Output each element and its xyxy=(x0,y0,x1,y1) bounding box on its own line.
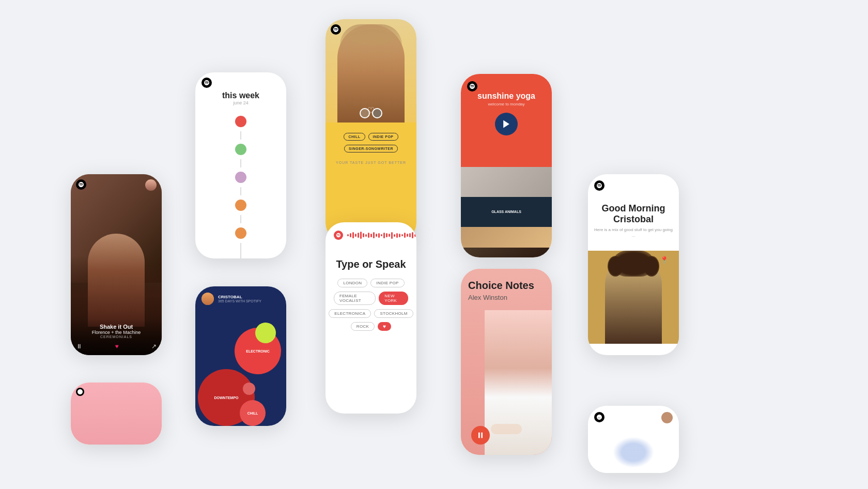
bubble-chart: ELECTRONIC DOWNTEMPO CHILL xyxy=(195,312,286,426)
week-date: june 24 xyxy=(204,100,278,105)
share-icon[interactable]: ↗ xyxy=(151,343,157,350)
play-button-yoga[interactable] xyxy=(495,113,518,135)
tag-singer: SINGER-SONGWRITER xyxy=(344,145,398,152)
choice-notes-artist: Alex Winston xyxy=(468,294,545,301)
bubble-chill-label: CHILL xyxy=(247,411,258,415)
tag-london[interactable]: LONDON xyxy=(337,279,367,287)
yoga-subtitle: welcome to monday xyxy=(468,102,545,106)
user-avatar-phone1 xyxy=(145,179,157,191)
phone-type-or-speak: Type or Speak LONDON INDIE POP FEMALE VO… xyxy=(326,222,416,414)
timeline-line-4 xyxy=(240,215,241,223)
phone-taste: ♡ CHILL INDIE POP SINGER-SONGWRITER YOUR… xyxy=(326,19,416,241)
search-tags: LONDON INDIE POP FEMALE VOCALIST NEW YOR… xyxy=(326,279,416,331)
tag-new-york[interactable]: NEW YORK xyxy=(379,292,408,305)
spotify-logo-phone3 xyxy=(331,24,341,35)
portrait-area: 📍 xyxy=(588,251,679,344)
timeline-line xyxy=(240,131,241,140)
timeline-line-2 xyxy=(240,159,241,167)
yoga-top: sunshine yoga welcome to monday xyxy=(461,74,552,167)
svg-marker-1 xyxy=(503,120,509,128)
phone-good-morning: Good Morning Cristobal Here is a mix of … xyxy=(588,174,679,355)
tag-row-1: CHILL INDIE POP xyxy=(344,133,398,141)
pause-icon[interactable]: ⏸ xyxy=(76,343,82,350)
timeline-dot-5 xyxy=(235,227,246,239)
bubble-tiny xyxy=(243,383,255,395)
phone-partial-bottom-right xyxy=(588,406,679,473)
timeline-line-3 xyxy=(240,187,241,195)
track-title: Shake it Out xyxy=(76,324,157,330)
user-avatar-phone5 xyxy=(202,293,214,305)
good-morning-subtitle: Here is a mix of good stuff to get you g… xyxy=(594,227,673,238)
waveform xyxy=(347,231,416,239)
user-info: CRISTOBAL 365 DAYS WITH SPOTIFY xyxy=(218,295,261,303)
bubble-electronic-label: ELECTRONIC xyxy=(246,349,270,353)
track-artist: Florence + the Machine xyxy=(76,330,157,335)
phone6-topbar xyxy=(326,222,416,248)
spotify-logo-phone6 xyxy=(334,231,343,240)
track-album: CEREMONIALS xyxy=(76,335,157,339)
week-title: this week xyxy=(204,91,278,100)
user-name: CRISTOBAL xyxy=(218,295,261,299)
phone-shake-it-out: Shake it Out Florence + the Machine CERE… xyxy=(71,174,162,355)
tag-indie: INDIE POP xyxy=(368,133,398,141)
tag-row-3: ELECTRONICA STOCKHOLM xyxy=(334,309,408,318)
type-or-speak-title: Type or Speak xyxy=(326,248,416,279)
phone-cristobal-365: CRISTOBAL 365 DAYS WITH SPOTIFY ELECTRON… xyxy=(195,286,286,426)
phone-partial-bottom-left xyxy=(71,383,162,445)
tag-chill: CHILL xyxy=(344,133,365,141)
spotify-logo-phone4 xyxy=(467,81,477,91)
yoga-title: sunshine yoga xyxy=(468,91,545,101)
user-days: 365 DAYS WITH SPOTIFY xyxy=(218,299,261,303)
decor-dots xyxy=(613,437,654,468)
playback-controls: ⏸ ♥ ↗ xyxy=(76,343,157,350)
tag-female-vocalist[interactable]: FEMALE VOCALIST xyxy=(334,292,376,305)
svg-rect-2 xyxy=(478,433,480,438)
spotify-logo-phone1 xyxy=(76,179,86,190)
tag-indie-pop[interactable]: INDIE POP xyxy=(370,279,404,287)
timeline-dot-2 xyxy=(235,144,246,155)
tag-electronica[interactable]: ELECTRONICA xyxy=(329,309,371,318)
choice-notes-title: Choice Notes xyxy=(468,279,545,292)
timeline-line-5 xyxy=(240,243,241,258)
good-morning-header: Good Morning Cristobal Here is a mix of … xyxy=(588,187,679,244)
location-pin-icon: 📍 xyxy=(660,256,669,264)
timeline-dot-1 xyxy=(235,116,246,127)
timeline: Today xyxy=(195,108,286,258)
album-1 xyxy=(461,167,552,197)
album-2-text: GLASS ANIMALS xyxy=(491,209,521,214)
svg-rect-3 xyxy=(481,433,483,438)
spotify-logo-partial-bl xyxy=(76,388,84,397)
timeline-dot-3 xyxy=(235,172,246,183)
good-morning-title: Good Morning Cristobal xyxy=(594,203,673,225)
tag-row-4: ROCK ♥ xyxy=(334,322,408,331)
main-scene: Shake it Out Florence + the Machine CERE… xyxy=(0,0,868,489)
decor-element xyxy=(491,424,522,434)
phone5-header: CRISTOBAL 365 DAYS WITH SPOTIFY xyxy=(195,286,286,311)
album-2: GLASS ANIMALS xyxy=(461,197,552,227)
phone7-bg: Choice Notes Alex Winston xyxy=(461,269,552,455)
album-4 xyxy=(461,248,552,257)
bubble-lime xyxy=(255,323,276,343)
spotify-logo-phone8 xyxy=(594,180,605,191)
partial-br-bg xyxy=(588,406,679,473)
album-3 xyxy=(461,227,552,248)
choice-notes-content: Choice Notes Alex Winston xyxy=(461,269,552,312)
artist-photo-area: ♡ xyxy=(326,19,416,123)
wave-bar xyxy=(347,234,349,236)
tag-rock[interactable]: ROCK xyxy=(351,322,375,331)
tag-row-2: FEMALE VOCALIST NEW YORK xyxy=(334,292,408,305)
user-avatar-partial-br xyxy=(661,412,673,423)
tag-row-1: LONDON INDIE POP xyxy=(334,279,408,287)
pause-button-choice[interactable] xyxy=(471,426,490,445)
friend-avatars xyxy=(360,108,382,118)
phone-this-week: this week june 24 Today xyxy=(195,72,286,258)
timeline-dot-4 xyxy=(235,200,246,211)
phone-sunshine-yoga: sunshine yoga welcome to monday GLASS AN… xyxy=(461,74,552,257)
heart-tag[interactable]: ♥ xyxy=(378,322,391,331)
phone-choice-notes: Choice Notes Alex Winston xyxy=(461,269,552,455)
tag-row-2: SINGER-SONGWRITER xyxy=(344,145,398,152)
phone5-bg: CRISTOBAL 365 DAYS WITH SPOTIFY ELECTRON… xyxy=(195,286,286,426)
heart-icon[interactable]: ♥ xyxy=(115,343,118,350)
tag-stockholm[interactable]: STOCKHOLM xyxy=(374,309,413,318)
partial-bl-bg xyxy=(71,383,162,445)
